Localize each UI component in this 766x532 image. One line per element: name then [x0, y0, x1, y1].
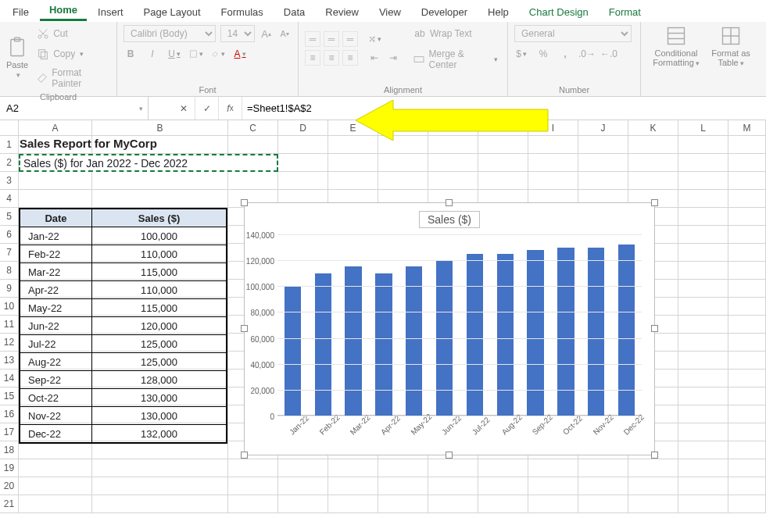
cell[interactable]: [678, 190, 728, 207]
cell[interactable]: [728, 136, 766, 153]
cell-a2-marquee-selection[interactable]: Sales ($) for Jan 2022 - Dec 2022: [19, 154, 278, 172]
cell[interactable]: [278, 154, 328, 171]
menu-home[interactable]: Home: [40, 1, 87, 21]
increase-indent-icon[interactable]: ⇥: [386, 51, 400, 65]
row-header-3[interactable]: 3: [0, 172, 19, 189]
font-color-button[interactable]: A▾: [233, 47, 247, 61]
row-header-14[interactable]: 14: [0, 370, 19, 387]
table-cell[interactable]: Feb-22: [20, 245, 92, 263]
cell[interactable]: [378, 154, 428, 171]
chart-bar[interactable]: [467, 254, 483, 416]
row-header-17[interactable]: 17: [0, 423, 19, 441]
bold-button[interactable]: B: [123, 47, 138, 61]
table-cell[interactable]: 110,000: [92, 245, 227, 263]
select-all-corner[interactable]: [0, 120, 19, 135]
cell[interactable]: [628, 477, 678, 495]
col-header-M[interactable]: M: [728, 120, 766, 135]
cell[interactable]: [678, 280, 728, 297]
cell[interactable]: [92, 190, 228, 207]
cell[interactable]: [478, 154, 528, 171]
row-header-12[interactable]: 12: [0, 334, 19, 351]
cut-button[interactable]: Cut: [33, 25, 110, 42]
menu-insert[interactable]: Insert: [88, 3, 133, 21]
cell[interactable]: [728, 477, 766, 495]
row-header-7[interactable]: 7: [0, 244, 19, 261]
table-row[interactable]: Aug-22125,000: [20, 353, 227, 371]
table-row[interactable]: Feb-22110,000: [20, 245, 227, 263]
table-row[interactable]: Jan-22100,000: [20, 227, 227, 245]
row-header-6[interactable]: 6: [0, 226, 19, 243]
percent-format-icon[interactable]: %: [536, 47, 550, 61]
align-center-icon[interactable]: ≡: [324, 50, 339, 66]
table-row[interactable]: Oct-22130,000: [20, 389, 227, 407]
cell[interactable]: [678, 136, 728, 153]
cell[interactable]: [678, 298, 728, 315]
cell[interactable]: [19, 172, 92, 189]
cell[interactable]: [478, 477, 528, 495]
menu-page-layout[interactable]: Page Layout: [134, 3, 210, 21]
increase-decimal-icon[interactable]: .0→: [580, 47, 594, 61]
cell[interactable]: [328, 459, 378, 477]
table-cell[interactable]: Nov-22: [20, 407, 92, 425]
chart-bar[interactable]: [497, 254, 514, 416]
table-cell[interactable]: Aug-22: [20, 353, 92, 371]
col-header-D[interactable]: D: [278, 120, 328, 135]
row-header-21[interactable]: 21: [0, 495, 19, 512]
table-cell[interactable]: Oct-22: [20, 389, 92, 407]
cell[interactable]: [678, 262, 728, 279]
align-left-icon[interactable]: ≡: [305, 50, 320, 66]
cell[interactable]: [378, 136, 428, 153]
decrease-indent-icon[interactable]: ⇤: [367, 51, 381, 65]
row-header-9[interactable]: 9: [0, 280, 19, 297]
number-format-select[interactable]: General: [514, 25, 632, 42]
row-header-19[interactable]: 19: [0, 459, 19, 477]
chart-bar[interactable]: [345, 266, 361, 416]
cell[interactable]: [628, 459, 678, 477]
cell[interactable]: [678, 316, 728, 333]
table-cell[interactable]: 132,000: [92, 425, 227, 443]
table-row[interactable]: Mar-22115,000: [20, 263, 227, 281]
col-header-C[interactable]: C: [228, 120, 278, 135]
cell[interactable]: [528, 477, 578, 495]
cell[interactable]: [728, 298, 766, 315]
cell[interactable]: [678, 352, 728, 369]
table-row[interactable]: Apr-22110,000: [20, 281, 227, 299]
fx-button[interactable]: fx: [219, 97, 242, 120]
table-cell[interactable]: Sep-22: [20, 371, 92, 389]
chevron-down-icon[interactable]: ▾: [139, 105, 143, 112]
cell[interactable]: [428, 495, 478, 512]
cell[interactable]: [678, 387, 728, 405]
table-cell[interactable]: 128,000: [92, 371, 227, 389]
wrap-text-button[interactable]: abWrap Text: [410, 25, 501, 42]
merge-center-button[interactable]: Merge & Center▾: [410, 47, 501, 72]
cell[interactable]: [278, 459, 328, 477]
resize-handle[interactable]: [651, 452, 658, 459]
cell[interactable]: [278, 172, 328, 189]
cell[interactable]: [478, 459, 528, 477]
cell[interactable]: [728, 387, 766, 405]
font-family-select[interactable]: Calibri (Body): [123, 25, 216, 42]
align-bottom-icon[interactable]: ═: [342, 31, 358, 47]
cell[interactable]: [528, 172, 578, 189]
conditional-formatting-button[interactable]: Conditional Formatting▾: [647, 25, 705, 68]
resize-handle[interactable]: [446, 199, 453, 206]
cell[interactable]: [678, 495, 728, 512]
cell[interactable]: [428, 172, 478, 189]
menu-format[interactable]: Format: [600, 3, 650, 21]
cell[interactable]: [678, 441, 728, 459]
cell[interactable]: [678, 459, 728, 477]
row-header-20[interactable]: 20: [0, 477, 19, 495]
cell[interactable]: [378, 459, 428, 477]
orientation-button[interactable]: ⤭▾: [367, 32, 381, 46]
cell[interactable]: [678, 154, 728, 171]
cell[interactable]: [478, 495, 528, 512]
cell[interactable]: [528, 154, 578, 171]
cell[interactable]: [728, 423, 766, 441]
cell[interactable]: [278, 495, 328, 512]
cell[interactable]: [428, 136, 478, 153]
cell[interactable]: [228, 495, 278, 512]
cell[interactable]: [728, 262, 766, 279]
table-row[interactable]: Sep-22128,000: [20, 371, 227, 389]
enter-formula-button[interactable]: ✓: [195, 97, 219, 120]
cell[interactable]: [678, 172, 728, 189]
